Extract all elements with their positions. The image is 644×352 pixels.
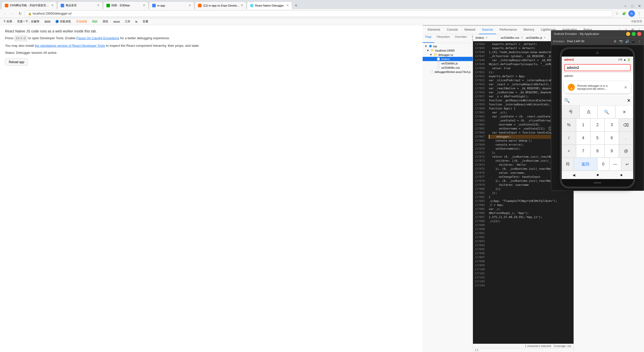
calc-btn-1-2[interactable]: 2 [590, 118, 605, 131]
bookmark-tong[interactable]: 百通 [141, 19, 150, 24]
code-tab-js-close[interactable]: ✕ [544, 36, 546, 39]
tab-mapp[interactable]: m-app ✕ [149, 2, 194, 9]
settings-icon[interactable]: ⋮ [636, 11, 642, 16]
reload-app-button[interactable]: Reload app [5, 59, 28, 66]
reload-nav-button[interactable]: ↻ [17, 11, 23, 17]
dt-tab-elements[interactable]: Elements [425, 26, 443, 34]
calc-search-icon[interactable]: 🔍 [564, 98, 570, 103]
pause-exceptions-link[interactable]: Pause On Caught Exceptions [76, 36, 119, 40]
calc-btn-3-1[interactable]: 7 [576, 145, 590, 158]
tab-close-2345[interactable]: ✕ [51, 4, 54, 7]
calc-btn-1-1[interactable]: 1 [576, 118, 590, 131]
src-tab-page[interactable]: Page [423, 34, 434, 43]
src-tab-filesystem[interactable]: Filesystem [434, 34, 453, 43]
dt-tab-performance[interactable]: Performance [497, 26, 520, 34]
back-button[interactable]: ← [2, 11, 8, 17]
tab-expo[interactable]: (12) m-app on Expo Develo... ✕ [195, 2, 246, 9]
em-icon-1[interactable]: ⚙ [613, 39, 618, 44]
bookmark-stock[interactable]: stock [112, 20, 121, 24]
dt-tab-sources[interactable]: Sources [479, 26, 496, 34]
calc-btn-4-0[interactable]: 符 [562, 158, 574, 171]
dt-tab-network[interactable]: Network [461, 26, 478, 34]
tree-ue31-js[interactable]: 📄 ue31bb0bc.js [423, 61, 473, 65]
bookmark-mine[interactable]: 我的 [91, 19, 99, 24]
calc-btn-1-0[interactable]: % [562, 118, 576, 131]
calc-btn-2-2[interactable]: 5 [590, 131, 605, 145]
calc-btn-2-1[interactable]: 4 [576, 131, 590, 145]
tab-close-shop[interactable]: ✕ [97, 4, 99, 7]
address-bar[interactable]: 🔒 localhost:19000/debugger-ui/ [25, 10, 613, 17]
calc-btn-0-1[interactable]: 点 [580, 105, 597, 118]
calc-btn-3-0[interactable]: + [562, 145, 576, 158]
minimize-button[interactable]: ─ [622, 3, 628, 9]
em-icon-3[interactable]: 🔊 [625, 39, 630, 44]
bookmark-other[interactable]: 其性 [101, 19, 110, 24]
login-input-box[interactable]: admin2 [564, 64, 631, 71]
nav-home-dot[interactable] [597, 174, 599, 176]
calc-close-icon[interactable]: ✕ [627, 98, 631, 103]
maximize-button[interactable]: □ [629, 3, 635, 9]
code-tab-css-close[interactable]: ✕ [521, 36, 523, 39]
calc-btn-4-3[interactable]: — [609, 158, 621, 171]
bookmark-baidu[interactable]: 百度一下，仅被用 [16, 19, 41, 24]
extensions-icon[interactable]: 🧩 [621, 11, 627, 16]
em-icon-2[interactable]: 📷 [619, 39, 624, 44]
calc-btn-1-3[interactable]: 3 [605, 118, 619, 131]
calc-btn-4-1[interactable]: 返回 [574, 158, 597, 171]
close-button[interactable]: ✕ [636, 3, 642, 9]
bookmark-devlinks[interactable]: 开发链接 [74, 19, 89, 24]
calc-btn-3-3[interactable]: 9 [605, 145, 619, 158]
dt-tab-memory[interactable]: Memory [520, 26, 537, 34]
notification-close-icon[interactable]: ✕ [624, 85, 627, 90]
calc-btn-1-4[interactable]: ⌫ [619, 118, 633, 131]
src-tab-overrides[interactable]: Overrides [452, 34, 469, 43]
tab-2345[interactable]: 2345网址导航 - 开始中国首页，上... ✕ [2, 2, 57, 9]
calc-btn-2-0[interactable]: / [562, 131, 576, 145]
calc-btn-0-2[interactable]: 🔍 [597, 105, 615, 118]
tab-close-mapp[interactable]: ✕ [189, 4, 191, 7]
bookmarks-icon[interactable]: ☆ [614, 11, 620, 16]
tree-ue31-css[interactable]: 📄 ue31bb0bc.css [423, 65, 473, 70]
tab-shop[interactable]: 商品首页 ✕ [57, 2, 103, 9]
calc-btn-2-3[interactable]: 6 [605, 131, 619, 145]
bookmarks-manager[interactable]: 书签管理 [631, 20, 642, 23]
bookmark-3000[interactable]: 3000 [43, 20, 52, 24]
bookmark-le[interactable]: le [134, 20, 139, 24]
tree-localhost[interactable]: ▼ 📁 localhost:19000 [423, 48, 473, 53]
nav-recent-icon[interactable]: ■ [620, 173, 622, 177]
code-tab-js[interactable]: ue31bb0bc.js ✕ [523, 34, 548, 41]
tab-rn-debugger[interactable]: React Native Debugger ✕ [247, 2, 292, 9]
calc-btn-0-0[interactable]: 号 [562, 105, 580, 118]
emulator-restore[interactable]: □ [632, 32, 636, 36]
code-tab-css[interactable]: ue31bb0bc.css ✕ [498, 34, 523, 41]
calc-btn-4-4[interactable]: ↵ [621, 158, 633, 171]
tab-mabbing[interactable]: 码饼 - 豆状App ✕ [103, 2, 148, 9]
forward-button[interactable]: → [10, 11, 16, 17]
nav-back-icon[interactable]: ◀ [573, 173, 575, 177]
tree-top[interactable]: ▼ 🔷 top [423, 44, 473, 48]
calc-btn-3-4[interactable]: @ [619, 145, 633, 158]
tab-close-mabbing[interactable]: ✕ [143, 4, 145, 7]
code-tab-index[interactable]: (index) ✕ [473, 34, 498, 41]
bookmark-work[interactable]: 工作 [123, 19, 132, 24]
emulator-minimize[interactable]: ─ [626, 32, 630, 36]
emulator-close[interactable]: ✕ [637, 32, 641, 36]
tree-index[interactable]: 📄 (index) [423, 57, 473, 61]
calc-btn-2-4[interactable]: . [619, 131, 633, 145]
standalone-tools-link[interactable]: the standalone version of React Develope… [35, 44, 105, 48]
dt-tab-console[interactable]: Console [444, 26, 461, 34]
em-icon-4[interactable]: 📱 [631, 39, 636, 44]
calc-btn-0-3[interactable]: ✕ [615, 105, 633, 118]
tree-debugger-ui[interactable]: ▼ 📁 debugger-ui [423, 53, 473, 57]
calc-btn-3-2[interactable]: 8 [590, 145, 605, 158]
calc-btn-4-2[interactable]: 0 [597, 158, 609, 171]
tab-close-expo[interactable]: ✕ [241, 4, 243, 7]
em-icon-5[interactable]: ⋮ [637, 39, 642, 44]
tab-new-button[interactable]: + [293, 2, 300, 9]
code-tab-index-close[interactable]: ✕ [486, 36, 488, 39]
tree-debugger-worker[interactable]: 📄 debuggerWorker.aca173c4.js [423, 70, 473, 74]
bookmark-google[interactable]: 🔵 谷歌浏览 [54, 19, 72, 24]
tab-close-rn[interactable]: ✕ [287, 4, 289, 7]
profile-icon[interactable]: A [628, 10, 635, 17]
bookmark-apps[interactable]: ⠿ 应用 [2, 19, 14, 24]
